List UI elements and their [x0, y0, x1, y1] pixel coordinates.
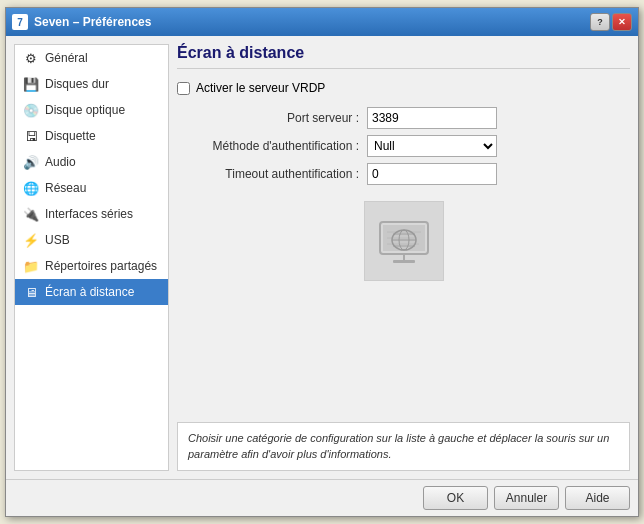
- preview-image: [364, 201, 444, 281]
- harddisk-icon: 💾: [23, 76, 39, 92]
- content-area: ⚙Général💾Disques dur💿Disque optique🖫Disq…: [6, 36, 638, 479]
- footer: OK Annuler Aide: [6, 479, 638, 516]
- main-panel: Écran à distance Activer le serveur VRDP…: [177, 44, 630, 471]
- field-select-1[interactable]: NullExternalGuest: [367, 135, 497, 157]
- field-input-2[interactable]: [367, 163, 497, 185]
- preferences-window: 7 Seven – Préférences ? ✕ ⚙Général💾Disqu…: [5, 7, 639, 517]
- sidebar-label-serial: Interfaces séries: [45, 207, 133, 221]
- field-row-1: Méthode d'authentification :NullExternal…: [177, 135, 630, 157]
- sidebar-item-floppy[interactable]: 🖫Disquette: [15, 123, 168, 149]
- field-rows: Port serveur :Méthode d'authentification…: [177, 107, 630, 191]
- sidebar-item-audio[interactable]: 🔊Audio: [15, 149, 168, 175]
- sidebar-item-shared[interactable]: 📁Répertoires partagés: [15, 253, 168, 279]
- sidebar-label-usb: USB: [45, 233, 70, 247]
- window-title: Seven – Préférences: [34, 15, 151, 29]
- field-input-0[interactable]: [367, 107, 497, 129]
- sidebar-item-display[interactable]: 🖥Écran à distance: [15, 279, 168, 305]
- usb-icon: ⚡: [23, 232, 39, 248]
- help-footer-button[interactable]: Aide: [565, 486, 630, 510]
- floppy-icon: 🖫: [23, 128, 39, 144]
- sidebar-label-optical: Disque optique: [45, 103, 125, 117]
- preview-svg: [365, 202, 443, 280]
- sidebar-item-network[interactable]: 🌐Réseau: [15, 175, 168, 201]
- field-row-2: Timeout authentification :: [177, 163, 630, 185]
- field-label-2: Timeout authentification :: [177, 167, 367, 181]
- general-icon: ⚙: [23, 50, 39, 66]
- sidebar-item-optical[interactable]: 💿Disque optique: [15, 97, 168, 123]
- sidebar-label-general: Général: [45, 51, 88, 65]
- titlebar-left: 7 Seven – Préférences: [12, 14, 151, 30]
- sidebar-item-harddisk[interactable]: 💾Disques dur: [15, 71, 168, 97]
- sidebar-label-display: Écran à distance: [45, 285, 134, 299]
- app-icon: 7: [12, 14, 28, 30]
- image-area: [177, 201, 630, 281]
- sidebar-item-usb[interactable]: ⚡USB: [15, 227, 168, 253]
- sidebar-label-audio: Audio: [45, 155, 76, 169]
- field-label-1: Méthode d'authentification :: [177, 139, 367, 153]
- vrdp-label: Activer le serveur VRDP: [196, 81, 325, 95]
- cancel-button[interactable]: Annuler: [494, 486, 559, 510]
- help-button[interactable]: ?: [590, 13, 610, 31]
- serial-icon: 🔌: [23, 206, 39, 222]
- close-button[interactable]: ✕: [612, 13, 632, 31]
- display-icon: 🖥: [23, 284, 39, 300]
- sidebar-item-serial[interactable]: 🔌Interfaces séries: [15, 201, 168, 227]
- sidebar-item-general[interactable]: ⚙Général: [15, 45, 168, 71]
- ok-button[interactable]: OK: [423, 486, 488, 510]
- info-text: Choisir une catégorie de configuration s…: [188, 432, 609, 459]
- vrdp-checkbox[interactable]: [177, 82, 190, 95]
- field-row-0: Port serveur :: [177, 107, 630, 129]
- network-icon: 🌐: [23, 180, 39, 196]
- sidebar-label-shared: Répertoires partagés: [45, 259, 157, 273]
- form-area: Activer le serveur VRDP Port serveur :Mé…: [177, 81, 630, 471]
- titlebar-buttons: ? ✕: [590, 13, 632, 31]
- panel-title: Écran à distance: [177, 44, 630, 69]
- shared-icon: 📁: [23, 258, 39, 274]
- vrdp-checkbox-row: Activer le serveur VRDP: [177, 81, 630, 95]
- sidebar: ⚙Général💾Disques dur💿Disque optique🖫Disq…: [14, 44, 169, 471]
- optical-icon: 💿: [23, 102, 39, 118]
- sidebar-label-network: Réseau: [45, 181, 86, 195]
- svg-rect-4: [393, 260, 415, 263]
- field-label-0: Port serveur :: [177, 111, 367, 125]
- audio-icon: 🔊: [23, 154, 39, 170]
- sidebar-label-floppy: Disquette: [45, 129, 96, 143]
- titlebar: 7 Seven – Préférences ? ✕: [6, 8, 638, 36]
- info-box: Choisir une catégorie de configuration s…: [177, 422, 630, 471]
- sidebar-label-harddisk: Disques dur: [45, 77, 109, 91]
